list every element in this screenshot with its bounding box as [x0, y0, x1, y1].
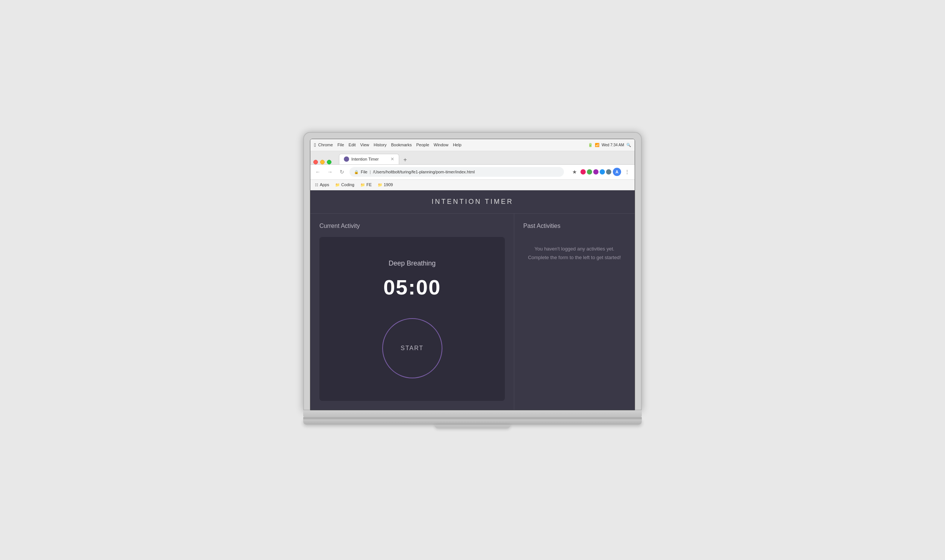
new-tab-button[interactable]: +: [401, 155, 410, 165]
menu-bookmarks[interactable]: Bookmarks: [391, 143, 412, 147]
laptop-container:  Chrome File Edit View History Bookmark…: [303, 132, 642, 428]
ext-icon-2[interactable]: [587, 169, 592, 174]
bookmark-fe-label: FE: [366, 182, 372, 187]
address-bar: ← → ↻ 🔒 File | /Users/holtbolt/turing/fe…: [310, 165, 635, 180]
url-input[interactable]: 🔒 File | /Users/holtbolt/turing/fe1-plan…: [349, 167, 564, 177]
forward-button[interactable]: →: [325, 168, 334, 176]
bookmark-1909[interactable]: 📁 1909: [376, 182, 394, 188]
refresh-button[interactable]: ↻: [337, 168, 346, 176]
bookmark-coding-label: Coding: [341, 182, 354, 187]
bookmark-star-button[interactable]: ★: [570, 168, 579, 176]
past-activities-empty-message: You haven't logged any activities yet. C…: [523, 245, 626, 262]
tab-close-button[interactable]: ✕: [391, 157, 394, 162]
screen-bezel:  Chrome File Edit View History Bookmark…: [303, 132, 642, 410]
menu-window[interactable]: Window: [434, 143, 448, 147]
address-separator: |: [370, 169, 371, 174]
bookmark-apps-label: Apps: [320, 182, 329, 187]
start-button-container: START: [382, 318, 442, 378]
apple-logo-icon: : [314, 142, 316, 148]
browser-actions: ★ A ⋮: [570, 168, 632, 176]
laptop-base: [303, 419, 642, 425]
bookmark-apps[interactable]: ☷ Apps: [313, 182, 331, 188]
chrome-titlebar:  Chrome File Edit View History Bookmark…: [310, 139, 635, 151]
ext-icon-5[interactable]: [606, 169, 611, 174]
datetime: Wed 7:34 AM: [602, 143, 624, 147]
empty-message-line1: You haven't logged any activities yet.: [523, 245, 626, 253]
minimize-window-button[interactable]: [320, 160, 325, 165]
bookmarks-bar: ☷ Apps 📁 Coding 📁 FE 📁 1909: [310, 180, 635, 190]
menu-history[interactable]: History: [374, 143, 386, 147]
laptop-foot: [435, 425, 510, 428]
ext-icon-1[interactable]: [580, 169, 586, 174]
app-main: Current Activity Deep Breathing 05:00 ST…: [310, 214, 635, 410]
timer-display: 05:00: [383, 275, 441, 299]
tab-bar: Intention Timer ✕ +: [310, 151, 635, 165]
laptop-hinge: [303, 417, 642, 419]
menu-people[interactable]: People: [416, 143, 429, 147]
folder-icon-1909: 📁: [378, 183, 382, 187]
past-activities-section: Past Activities You haven't logged any a…: [514, 214, 635, 410]
extension-icons: [580, 169, 611, 174]
current-activity-section: Current Activity Deep Breathing 05:00 ST…: [310, 214, 514, 410]
menu-edit[interactable]: Edit: [349, 143, 356, 147]
browser-tab-active[interactable]: Intention Timer ✕: [339, 154, 399, 165]
app-header: INTENTION TIMER: [310, 190, 635, 214]
start-button[interactable]: START: [382, 318, 442, 378]
wifi-icon: 📶: [595, 143, 599, 147]
bookmark-1909-label: 1909: [384, 182, 393, 187]
ext-icon-3[interactable]: [593, 169, 599, 174]
chrome-menu: Chrome File Edit View History Bookmarks …: [318, 143, 462, 147]
address-prefix: File: [361, 169, 368, 174]
lock-icon: 🔒: [354, 170, 359, 174]
search-icon[interactable]: 🔍: [626, 143, 631, 147]
status-bar: 🔋 📶 Wed 7:34 AM 🔍: [588, 143, 631, 147]
current-activity-title: Current Activity: [319, 223, 505, 229]
folder-icon-fe: 📁: [360, 183, 365, 187]
bookmark-coding[interactable]: 📁 Coding: [334, 182, 356, 188]
ext-icon-4[interactable]: [600, 169, 605, 174]
timer-card: Deep Breathing 05:00 START: [319, 237, 505, 401]
maximize-window-button[interactable]: [327, 160, 331, 165]
apps-grid-icon: ☷: [315, 183, 318, 187]
app-title: INTENTION TIMER: [318, 198, 627, 206]
close-window-button[interactable]: [313, 160, 318, 165]
chrome-menu-button[interactable]: ⋮: [623, 168, 632, 176]
menu-help[interactable]: Help: [453, 143, 462, 147]
past-activities-title: Past Activities: [523, 223, 626, 229]
url-text: /Users/holtbolt/turing/fe1-planning/pom-…: [373, 169, 475, 174]
folder-icon-coding: 📁: [335, 183, 340, 187]
menu-view[interactable]: View: [360, 143, 369, 147]
menu-chrome[interactable]: Chrome: [318, 143, 333, 147]
activity-name: Deep Breathing: [389, 260, 436, 268]
empty-message-line2: Complete the form to the left to get sta…: [523, 253, 626, 262]
laptop-bottom-bezel: [303, 410, 642, 417]
battery-icon: 🔋: [588, 143, 593, 147]
laptop-screen:  Chrome File Edit View History Bookmark…: [310, 139, 635, 410]
tab-favicon: [344, 157, 349, 162]
bookmark-fe[interactable]: 📁 FE: [359, 182, 373, 188]
tab-title: Intention Timer: [351, 157, 379, 162]
profile-avatar[interactable]: A: [613, 168, 621, 176]
menu-file[interactable]: File: [337, 143, 344, 147]
back-button[interactable]: ←: [313, 168, 322, 176]
app-container: INTENTION TIMER Current Activity Deep Br…: [310, 190, 635, 410]
traffic-lights: [313, 160, 331, 165]
